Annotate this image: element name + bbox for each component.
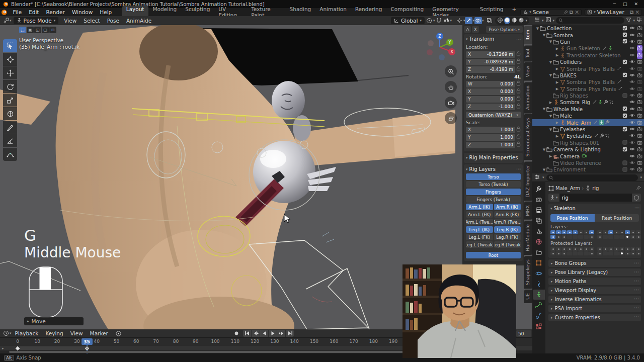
rotate-tool-button[interactable] [3, 80, 17, 93]
eye-icon[interactable] [629, 45, 635, 52]
blender-menu-icon[interactable] [1, 9, 8, 16]
record-icon[interactable] [232, 330, 240, 337]
select-tweak-icon[interactable]: ⬚ [19, 27, 26, 33]
sidebar-tab-item[interactable]: Item [524, 26, 532, 44]
layer-toggle[interactable] [603, 251, 608, 255]
transform-value-field[interactable]: Z-0.4193 m [466, 66, 515, 73]
disclosure-icon[interactable]: ▼ [535, 27, 540, 31]
outliner-row-camera-lighting[interactable]: ▼Camera & Lighting [532, 146, 644, 153]
close-button[interactable]: ✕ [634, 2, 638, 7]
layer-toggle[interactable] [630, 247, 635, 251]
layer-toggle[interactable] [630, 230, 635, 234]
viewport-menu-animaide[interactable]: AnimAide [123, 18, 155, 24]
layer-toggle[interactable] [597, 235, 602, 239]
pivot-point-icon[interactable] [426, 17, 433, 24]
gizmo-move-toggle-icon[interactable] [465, 17, 472, 24]
lock-icon[interactable] [516, 51, 521, 58]
shading-solid-icon[interactable] [504, 17, 510, 24]
rig-layer-torso-tweak-button[interactable]: Torso (Tweak) [466, 181, 521, 188]
snap-target-icon[interactable] [442, 17, 450, 24]
transform-value-field[interactable]: X1.000 [466, 127, 515, 133]
layer-toggle[interactable] [556, 247, 561, 251]
visibility-checkbox[interactable] [622, 26, 627, 32]
viewport-menu-select[interactable]: Select [80, 18, 103, 24]
layer-toggle[interactable] [608, 235, 613, 239]
viewport-menu-pose[interactable]: Pose [104, 18, 123, 24]
layer-toggle[interactable] [625, 251, 630, 255]
visibility-checkbox[interactable] [622, 147, 627, 153]
visibility-checkbox[interactable] [622, 113, 627, 119]
snap-magnet-icon[interactable] [435, 17, 442, 24]
show-overlays-icon[interactable] [474, 17, 482, 24]
rig-layer-leg-l-tweak-button[interactable]: Leg.L (Tweak) [466, 241, 493, 248]
disclosure-icon[interactable]: ▶ [548, 154, 553, 158]
outliner-search-input[interactable] [556, 17, 624, 24]
eye-icon[interactable] [629, 120, 635, 126]
transform-value-field[interactable]: Y1.000 [466, 134, 515, 141]
layer-toggle[interactable] [614, 230, 619, 234]
timeline-menu-marker[interactable]: Marker [87, 330, 112, 336]
operator-panel[interactable]: ▸Move [24, 317, 84, 325]
disclosure-icon[interactable]: ▼ [542, 148, 546, 152]
camera-toggle-icon[interactable] [637, 140, 642, 146]
end-frame-field[interactable]: 50 [516, 330, 531, 337]
eye-icon[interactable] [629, 99, 635, 106]
camera-toggle-icon[interactable] [637, 126, 642, 133]
pin-icon[interactable] [636, 186, 641, 191]
layer-toggle[interactable] [603, 235, 608, 239]
properties-options-icon[interactable]: ▾ [640, 175, 642, 179]
eye-icon[interactable] [629, 106, 635, 113]
mirror-bone-icon[interactable] [464, 26, 471, 33]
shading-wireframe-icon[interactable] [497, 17, 503, 24]
pose-breakdowner-tool-button[interactable] [3, 148, 17, 161]
lock-icon[interactable] [516, 126, 521, 133]
lock-icon[interactable] [516, 141, 521, 148]
transform-orientation-dropdown[interactable]: Global▾ [391, 17, 425, 24]
rig-layer-torso-button[interactable]: Torso [466, 173, 521, 180]
layer-toggle[interactable] [614, 251, 619, 255]
viewlayer-selector[interactable]: ▾ ViewLayer ⧉ ✕ [585, 9, 642, 16]
camera-toggle-icon[interactable] [637, 59, 642, 65]
viewport-menu-view[interactable]: View [60, 18, 80, 24]
camera-toggle-icon[interactable] [637, 86, 642, 93]
timeline-menu-playback[interactable]: Playback [12, 330, 42, 336]
properties-tab-object[interactable] [533, 258, 545, 268]
layer-toggle[interactable] [567, 247, 572, 251]
fake-user-shield-icon[interactable] [632, 194, 641, 202]
layer-toggle[interactable] [636, 251, 641, 255]
camera-toggle-icon[interactable] [637, 52, 642, 59]
select-extend-icon[interactable]: ⊞ [49, 27, 56, 33]
lock-icon[interactable] [516, 58, 521, 65]
eye-icon[interactable] [629, 113, 635, 119]
layer-toggle[interactable] [550, 251, 555, 255]
layer-toggle[interactable] [573, 235, 578, 239]
mirror-x-toggle[interactable]: X [472, 26, 479, 33]
outliner-row-eyelashes[interactable]: ▼Eyelashes [532, 126, 644, 133]
play-reverse-button[interactable] [260, 330, 268, 337]
rig-layer-leg-r-fk-button[interactable]: Leg.R (FK) [494, 234, 521, 240]
layer-toggle[interactable] [608, 247, 613, 251]
mode-dropdown[interactable]: Pose Mode ▾ [14, 17, 59, 24]
menu-edit[interactable]: Edit [25, 9, 42, 15]
eye-icon[interactable] [629, 52, 635, 59]
transform-panel-header[interactable]: ▾Transform∷∷ [466, 36, 521, 43]
breadcrumb-data[interactable]: rig [592, 186, 599, 191]
panel-pose-library-legacy[interactable]: ▸Pose Library (Legacy)∷∷ [548, 268, 641, 276]
layer-toggle[interactable] [619, 235, 624, 239]
camera-toggle-icon[interactable] [637, 146, 642, 153]
camera-toggle-icon[interactable] [637, 45, 642, 52]
camera-toggle-icon[interactable] [637, 166, 642, 173]
sidebar-tab-tool[interactable]: Tool [524, 45, 532, 61]
show-gizmo-icon[interactable] [456, 17, 463, 24]
camera-toggle-icon[interactable] [637, 39, 642, 45]
outliner-display-mode-icon[interactable] [534, 17, 540, 24]
visibility-checkbox[interactable] [622, 167, 627, 173]
layer-toggle[interactable] [589, 230, 594, 234]
disclosure-icon[interactable]: ▼ [542, 168, 546, 172]
properties-tab-data[interactable] [533, 290, 545, 300]
outliner-row-male-arm[interactable]: ▶Male_Arm [532, 119, 644, 126]
sidebar-tab-view[interactable]: View [524, 62, 532, 81]
panel-motion-paths[interactable]: ▸Motion Paths∷∷ [548, 278, 641, 285]
visibility-checkbox[interactable] [622, 32, 627, 38]
layer-toggle[interactable] [608, 251, 613, 255]
